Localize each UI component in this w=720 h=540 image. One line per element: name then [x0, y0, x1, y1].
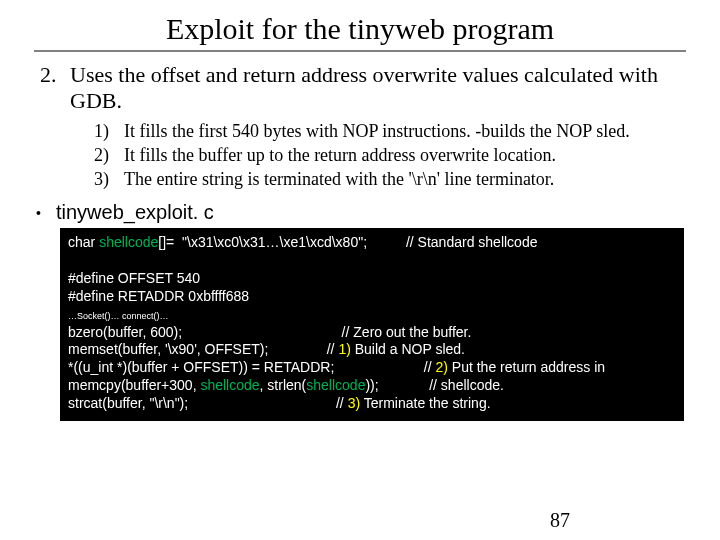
sub-item-text: It fills the first 540 bytes with NOP in…	[124, 120, 630, 143]
code-ident: shellcode	[306, 377, 365, 393]
code-ident: shellcode	[200, 377, 259, 393]
code-text: char	[68, 234, 99, 250]
code-text: memset(buffer, '\x90', OFFSET); //	[68, 341, 338, 357]
code-text: , strlen(	[260, 377, 307, 393]
filename-label: tinyweb_exploit. c	[56, 201, 214, 224]
divider	[34, 50, 686, 52]
code-step: 3)	[348, 395, 360, 411]
code-text: Terminate the string.	[360, 395, 490, 411]
sub-item-text: It fills the buffer up to the return add…	[124, 144, 556, 167]
bullet-icon: •	[36, 205, 46, 221]
slide-title: Exploit for the tinyweb program	[34, 12, 686, 46]
sub-item: 1) It fills the first 540 bytes with NOP…	[94, 120, 686, 143]
code-text: )); // shellcode.	[365, 377, 504, 393]
sub-item: 2) It fills the buffer up to the return …	[94, 144, 686, 167]
code-ident: shellcode	[99, 234, 158, 250]
code-text: Put the return address in	[448, 359, 605, 375]
sub-list: 1) It fills the first 540 bytes with NOP…	[94, 120, 686, 191]
main-item-text: Uses the offset and return address overw…	[70, 62, 686, 114]
sub-item-text: The entire string is terminated with the…	[124, 168, 554, 191]
code-text-small: …Socket()… connect()…	[68, 311, 169, 321]
sub-item-number: 1)	[94, 120, 124, 143]
code-step: 1)	[338, 341, 350, 357]
page-number: 87	[550, 509, 570, 532]
main-item-number: 2.	[40, 62, 70, 114]
code-text: *((u_int *)(buffer + OFFSET)) = RETADDR;…	[68, 359, 435, 375]
code-text: memcpy(buffer+300,	[68, 377, 200, 393]
code-text: #define OFFSET 540	[68, 270, 200, 286]
code-text: []= "\x31\xc0\x31…\xe1\xcd\x80"; // Stan…	[158, 234, 537, 250]
sub-item-number: 2)	[94, 144, 124, 167]
code-text: strcat(buffer, "\r\n"); //	[68, 395, 348, 411]
main-list-item: 2. Uses the offset and return address ov…	[40, 62, 686, 114]
code-block: char shellcode[]= "\x31\xc0\x31…\xe1\xcd…	[60, 228, 684, 421]
bullet-row: • tinyweb_exploit. c	[36, 201, 686, 224]
sub-item-number: 3)	[94, 168, 124, 191]
sub-item: 3) The entire string is terminated with …	[94, 168, 686, 191]
code-text: bzero(buffer, 600); // Zero out the buff…	[68, 324, 471, 340]
code-text: #define RETADDR 0xbffff688	[68, 288, 249, 304]
code-step: 2)	[435, 359, 447, 375]
code-text: Build a NOP sled.	[351, 341, 465, 357]
